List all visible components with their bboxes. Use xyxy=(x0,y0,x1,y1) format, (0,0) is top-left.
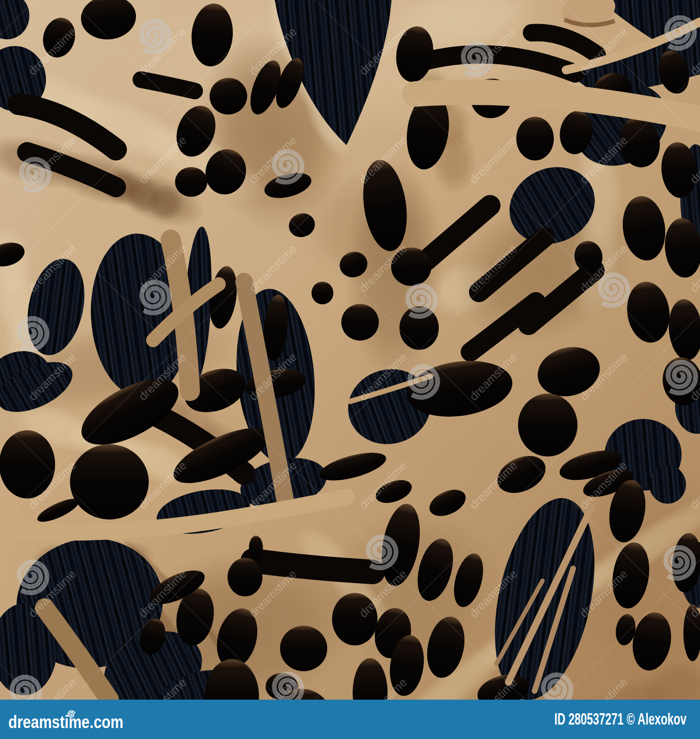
svg-text:ID 280537271 © Alexokov: ID 280537271 © Alexokov xyxy=(554,710,686,728)
svg-text:dreamstime.com: dreamstime.com xyxy=(8,712,123,732)
